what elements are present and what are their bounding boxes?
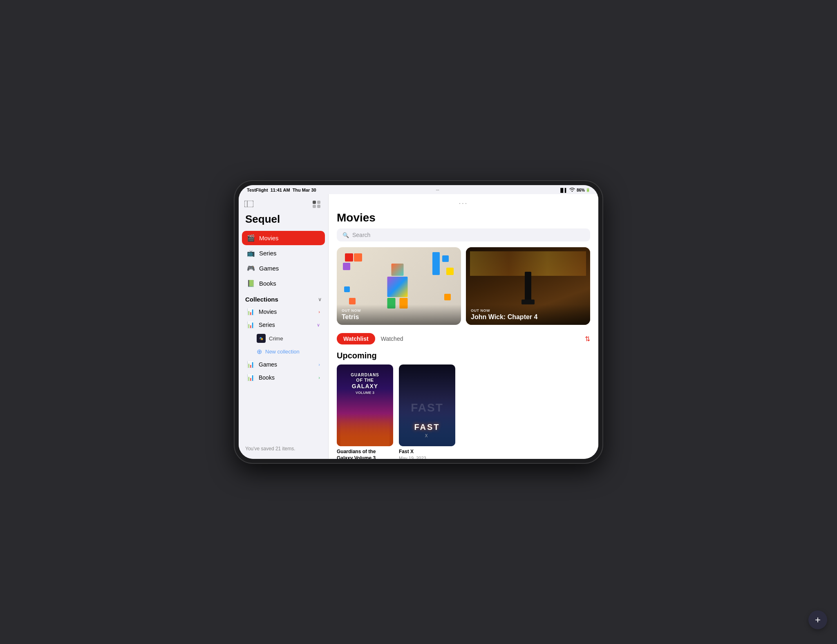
page-title: Movies [329, 211, 598, 228]
gotg-title: Guardians of the Galaxy Volume 3 [337, 449, 393, 459]
fastx-poster: FAST FAST X [399, 364, 455, 446]
tab-watchlist[interactable]: Watchlist [337, 333, 375, 344]
carrier-text: TestFlight [247, 188, 268, 192]
fastx-logo-sub: X [425, 434, 430, 438]
books-icon: 📗 [247, 280, 255, 287]
sidebar-item-label: Series [259, 250, 277, 257]
series-icon: 📺 [247, 249, 255, 257]
sidebar-filter-icon[interactable] [312, 200, 322, 210]
games-icon: 🎮 [247, 264, 255, 272]
featured-card-tetris[interactable]: OUT NOW Tetris [337, 247, 461, 325]
collection-games-icon: 📊 [247, 361, 255, 368]
collection-movies[interactable]: 📊 Movies › [242, 306, 325, 318]
collections-section-header[interactable]: Collections ∨ [239, 291, 328, 305]
sort-icon[interactable]: ⇅ [585, 335, 590, 343]
collection-games[interactable]: 📊 Games › [242, 358, 325, 371]
collection-movies-icon: 📊 [247, 308, 255, 315]
search-input[interactable]: Search [352, 232, 370, 238]
device-screen: TestFlight 11:41 AM Thu Mar 30 ··· ▐▌▌ 8… [239, 185, 598, 459]
tetris-block [354, 253, 362, 262]
movie-card-fastx[interactable]: FAST FAST X Fast X May 19, 2023 [399, 364, 455, 459]
collections-label: Collections [245, 296, 278, 303]
svg-rect-3 [317, 201, 320, 204]
signal-icon: ▐▌▌ [559, 188, 568, 192]
movies-grid-upcoming: GUARDIANS OF THE GALAXY VOLUME 3 Guardia… [329, 364, 598, 459]
collection-label: Games [259, 361, 277, 368]
app-container: Sequel 🎬 Movies 📺 Series 🎮 Games 📗 Books [239, 194, 598, 459]
collection-books-chevron: › [318, 375, 320, 380]
device-frame: TestFlight 11:41 AM Thu Mar 30 ··· ▐▌▌ 8… [235, 181, 602, 463]
more-options-icon[interactable]: ··· [459, 200, 468, 207]
johnwick-badge: OUT NOW [471, 309, 585, 313]
app-title: Sequel [239, 213, 328, 230]
battery-icon: 86% 🔋 [577, 188, 590, 192]
upcoming-section-title: Upcoming [329, 349, 598, 364]
time-text: 11:41 AM [271, 188, 290, 192]
search-icon: 🔍 [342, 232, 349, 238]
sidebar: Sequel 🎬 Movies 📺 Series 🎮 Games 📗 Books [239, 194, 329, 459]
crime-thumbnail: 🎭 [257, 334, 266, 343]
collection-books[interactable]: 📊 Books › [242, 371, 325, 384]
tetris-title: Tetris [342, 313, 456, 321]
status-bar: TestFlight 11:41 AM Thu Mar 30 ··· ▐▌▌ 8… [239, 185, 598, 194]
svg-rect-4 [313, 205, 316, 208]
new-collection-label: New collection [265, 349, 300, 355]
movie-card-gotg[interactable]: GUARDIANS OF THE GALAXY VOLUME 3 Guardia… [337, 364, 393, 459]
fastx-characters: FAST [399, 397, 455, 446]
search-bar[interactable]: 🔍 Search [337, 228, 590, 242]
sidebar-item-series[interactable]: 📺 Series [242, 246, 325, 260]
svg-rect-0 [244, 201, 253, 207]
status-ellipsis: ··· [436, 188, 439, 192]
tetris-block [349, 298, 356, 304]
svg-rect-5 [317, 205, 320, 208]
collection-movies-chevron: › [318, 309, 320, 314]
sidebar-item-label: Games [259, 265, 279, 272]
sidebar-item-label: Books [259, 280, 276, 287]
svg-rect-2 [313, 201, 316, 204]
tetris-badge: OUT NOW [342, 309, 456, 313]
tetris-block [345, 253, 353, 262]
jw-figure-wrapper [525, 272, 531, 304]
collection-games-chevron: › [318, 362, 320, 367]
tetris-block [343, 263, 350, 270]
fastx-logo-text: FAST [414, 423, 440, 432]
gotg-characters [337, 414, 393, 446]
subcollection-crime[interactable]: 🎭 Crime [242, 332, 325, 345]
tetris-block [432, 252, 440, 275]
saved-count-text: You've saved 21 items. [239, 439, 328, 455]
johnwick-title: John Wick: Chapter 4 [471, 313, 585, 321]
sidebar-item-label: Movies [259, 235, 279, 242]
sidebar-header [239, 198, 328, 213]
tetris-block [442, 255, 449, 262]
collection-label: Movies [259, 309, 277, 315]
collection-series-chevron: ∨ [317, 322, 320, 328]
featured-row: OUT NOW Tetris [329, 247, 598, 331]
tetris-block [344, 286, 350, 292]
sidebar-item-games[interactable]: 🎮 Games [242, 261, 325, 275]
featured-overlay-tetris: OUT NOW Tetris [337, 304, 461, 325]
featured-card-johnwick[interactable]: OUT NOW John Wick: Chapter 4 [466, 247, 590, 325]
wifi-icon [569, 188, 575, 192]
gotg-poster-text: GUARDIANS OF THE GALAXY VOLUME 3 [337, 373, 393, 395]
tetris-person-figure [383, 264, 412, 309]
new-collection-button[interactable]: ⊕ New collection [242, 346, 325, 358]
movies-icon: 🎬 [247, 234, 255, 242]
date-text: Thu Mar 30 [293, 188, 316, 192]
collection-books-icon: 📊 [247, 374, 255, 381]
tetris-block [446, 268, 454, 275]
main-content: ··· Movies 🔍 Search [329, 194, 598, 459]
subcollection-crime-label: Crime [269, 335, 283, 342]
sidebar-item-books[interactable]: 📗 Books [242, 276, 325, 291]
collection-series-icon: 📊 [247, 321, 255, 329]
collection-series[interactable]: 📊 Series ∨ [242, 319, 325, 331]
tab-watched[interactable]: Watched [375, 333, 409, 344]
gotg-poster: GUARDIANS OF THE GALAXY VOLUME 3 [337, 364, 393, 446]
collections-chevron-icon: ∨ [318, 297, 322, 302]
featured-overlay-jw: OUT NOW John Wick: Chapter 4 [466, 304, 590, 325]
collection-label: Books [259, 374, 275, 381]
plus-circle-icon: ⊕ [257, 348, 262, 356]
sidebar-item-movies[interactable]: 🎬 Movies [242, 231, 325, 245]
sidebar-toggle-icon[interactable] [244, 201, 253, 209]
fastx-title: Fast X [399, 449, 455, 455]
fastx-date: May 19, 2023 [399, 456, 455, 459]
